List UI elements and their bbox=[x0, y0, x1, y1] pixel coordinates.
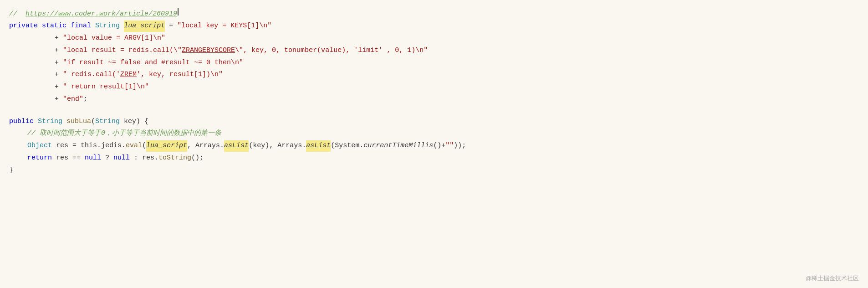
url-text[interactable]: https://www.coder.work/article/260919 bbox=[26, 10, 177, 18]
string-5: " redis.call('ZREM', key, result[1])\n" bbox=[63, 69, 223, 81]
kw-null-2: null bbox=[113, 153, 130, 164]
string-4: "if result ~= false and #result ~= 0 the… bbox=[63, 57, 243, 69]
method-aslist-1: asList bbox=[224, 140, 249, 152]
method-currenttimemillis: currentTimeMillis bbox=[363, 140, 433, 152]
method-aslist-2: asList bbox=[306, 140, 331, 152]
code-line-6: + " return result[1]\n" bbox=[0, 81, 868, 93]
string-7: "end" bbox=[63, 94, 83, 105]
empty-line-1 bbox=[0, 106, 868, 116]
string-6: " return result[1]\n" bbox=[63, 82, 149, 93]
url-comment: // https://www.coder.work/article/260919 bbox=[9, 9, 177, 20]
ref-lua-script: lua_script bbox=[146, 140, 187, 152]
code-line-return: return res == null ? null : res. toStrin… bbox=[0, 152, 868, 165]
type-object: Object bbox=[27, 140, 52, 152]
code-line-eval: Object res = this.jedis. eval ( lua_scri… bbox=[0, 140, 868, 152]
code-line-5: + " redis.call('ZREM', key, result[1])\n… bbox=[0, 69, 868, 81]
kw-return: return bbox=[27, 153, 52, 164]
method-eval: eval bbox=[126, 140, 142, 152]
var-lua-script: lua_script bbox=[124, 21, 165, 32]
type-string: String bbox=[95, 21, 120, 32]
kw-null-1: null bbox=[85, 153, 101, 164]
code-line-method: public String subLua ( String key) { bbox=[0, 116, 868, 128]
code-line-4: + "if result ~= false and #result ~= 0 t… bbox=[0, 57, 868, 69]
code-line-comment-cn: // 取时间范围大于等于0，小于等于当前时间的数据中的第一条 bbox=[0, 128, 868, 140]
code-line-1: private static final String lua_script =… bbox=[0, 20, 868, 32]
string-2: "local value = ARGV[1]\n" bbox=[63, 33, 165, 44]
kw-final: final bbox=[71, 21, 91, 32]
string-3: "local result = redis.call(\"ZRANGEBYSCO… bbox=[63, 45, 428, 57]
string-empty: "" bbox=[445, 140, 454, 152]
watermark: @稀土掘金技术社区 bbox=[806, 274, 859, 283]
comment-cn: // 取时间范围大于等于0，小于等于当前时间的数据中的第一条 bbox=[27, 128, 221, 139]
code-line-3: + "local result = redis.call(\"ZRANGEBYS… bbox=[0, 45, 868, 57]
kw-private: private bbox=[9, 21, 38, 32]
type-string-3: String bbox=[95, 116, 120, 128]
method-tostring: toString bbox=[158, 153, 191, 164]
close-brace: } bbox=[9, 165, 13, 176]
code-line-url: // https://www.coder.work/article/260919 bbox=[0, 7, 868, 20]
code-block: // https://www.coder.work/article/260919… bbox=[0, 0, 868, 288]
method-name: subLua bbox=[66, 116, 91, 128]
code-line-close: } bbox=[0, 165, 868, 177]
kw-static: static bbox=[42, 21, 66, 32]
string-1: "local key = KEYS[1]\n" bbox=[177, 21, 271, 32]
type-string-2: String bbox=[38, 116, 62, 128]
code-line-7: + "end" ; bbox=[0, 93, 868, 106]
kw-public: public bbox=[9, 116, 34, 128]
code-line-2: + "local value = ARGV[1]\n" bbox=[0, 32, 868, 45]
